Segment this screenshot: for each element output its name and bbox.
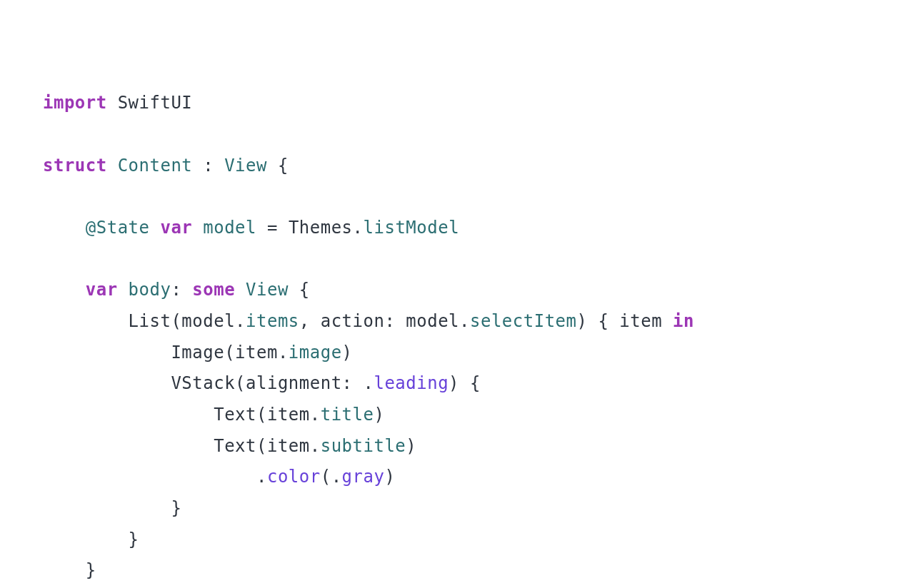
code-line: } bbox=[43, 529, 139, 549]
punctuation: (. bbox=[321, 467, 342, 487]
brace: { bbox=[267, 156, 289, 176]
identifier: model bbox=[406, 311, 459, 331]
identifier: item bbox=[235, 343, 278, 363]
punctuation: ) bbox=[342, 343, 353, 363]
code-line: Text(item.subtitle) bbox=[43, 436, 416, 456]
identifier: model bbox=[181, 311, 235, 331]
keyword: import bbox=[43, 93, 107, 113]
property: subtitle bbox=[321, 436, 406, 456]
punctuation: . bbox=[256, 467, 267, 487]
identifier: SwiftUI bbox=[118, 93, 193, 113]
property: items bbox=[246, 311, 299, 331]
keyword: var bbox=[86, 280, 118, 300]
punctuation: : bbox=[384, 311, 406, 331]
punctuation: ) bbox=[406, 436, 416, 456]
identifier: item bbox=[267, 405, 310, 425]
property: selectItem bbox=[470, 311, 577, 331]
argument-label: action bbox=[321, 311, 385, 331]
punctuation: ( bbox=[256, 436, 267, 456]
punctuation: ) { bbox=[577, 311, 620, 331]
code-line: Text(item.title) bbox=[43, 405, 384, 425]
punctuation: . bbox=[310, 405, 321, 425]
function-call: List bbox=[129, 311, 171, 331]
code-line: Image(item.image) bbox=[43, 343, 353, 363]
argument-label: alignment bbox=[246, 373, 342, 393]
code-line: import SwiftUI bbox=[43, 93, 192, 113]
type-name: Themes bbox=[289, 218, 353, 238]
keyword: var bbox=[160, 218, 192, 238]
keyword: struct bbox=[43, 156, 107, 176]
code-line: var body: some View { bbox=[43, 280, 310, 300]
punctuation: . bbox=[310, 436, 321, 456]
type-name: View bbox=[246, 280, 289, 300]
punctuation: , bbox=[299, 311, 321, 331]
punctuation: . bbox=[278, 343, 289, 363]
punctuation: ( bbox=[171, 311, 181, 331]
punctuation: : bbox=[171, 280, 192, 300]
punctuation: ( bbox=[256, 405, 267, 425]
code-line: struct Content : View { bbox=[43, 156, 289, 176]
method: color bbox=[267, 467, 321, 487]
function-call: Text bbox=[214, 436, 256, 456]
operator: = bbox=[256, 218, 289, 238]
identifier: item bbox=[267, 436, 310, 456]
keyword: some bbox=[192, 280, 235, 300]
brace: } bbox=[129, 529, 139, 549]
enum-case: gray bbox=[342, 467, 385, 487]
punctuation: ) bbox=[384, 467, 395, 487]
code-block: import SwiftUI struct Content : View { @… bbox=[43, 88, 879, 588]
identifier: model bbox=[203, 218, 256, 238]
enum-case: leading bbox=[374, 373, 449, 393]
brace: } bbox=[86, 560, 96, 580]
punctuation: : bbox=[192, 156, 224, 176]
code-line: VStack(alignment: .leading) { bbox=[43, 373, 481, 393]
code-line: List(model.items, action: model.selectIt… bbox=[43, 311, 694, 331]
identifier: body bbox=[129, 280, 171, 300]
brace: { bbox=[289, 280, 310, 300]
function-call: Text bbox=[214, 405, 256, 425]
property: title bbox=[321, 405, 374, 425]
type-name: View bbox=[224, 156, 267, 176]
property: image bbox=[289, 343, 342, 363]
function-call: VStack bbox=[171, 373, 235, 393]
code-line: } bbox=[43, 560, 96, 580]
keyword: in bbox=[673, 311, 694, 331]
punctuation: ) bbox=[374, 405, 384, 425]
punctuation: : . bbox=[342, 373, 374, 393]
property: listModel bbox=[364, 218, 460, 238]
punctuation: ) { bbox=[449, 373, 481, 393]
closure-param: item bbox=[619, 311, 662, 331]
type-name: Content bbox=[118, 156, 193, 176]
attribute: State bbox=[96, 218, 150, 238]
code-line: } bbox=[43, 498, 181, 518]
punctuation: . bbox=[353, 218, 364, 238]
punctuation: . bbox=[235, 311, 246, 331]
function-call: Image bbox=[171, 343, 224, 363]
code-line: .color(.gray) bbox=[43, 467, 395, 487]
at-sign: @ bbox=[86, 218, 96, 238]
punctuation: . bbox=[459, 311, 470, 331]
punctuation: ( bbox=[235, 373, 246, 393]
punctuation: ( bbox=[224, 343, 235, 363]
brace: } bbox=[171, 498, 181, 518]
code-line: @State var model = Themes.listModel bbox=[43, 218, 459, 238]
